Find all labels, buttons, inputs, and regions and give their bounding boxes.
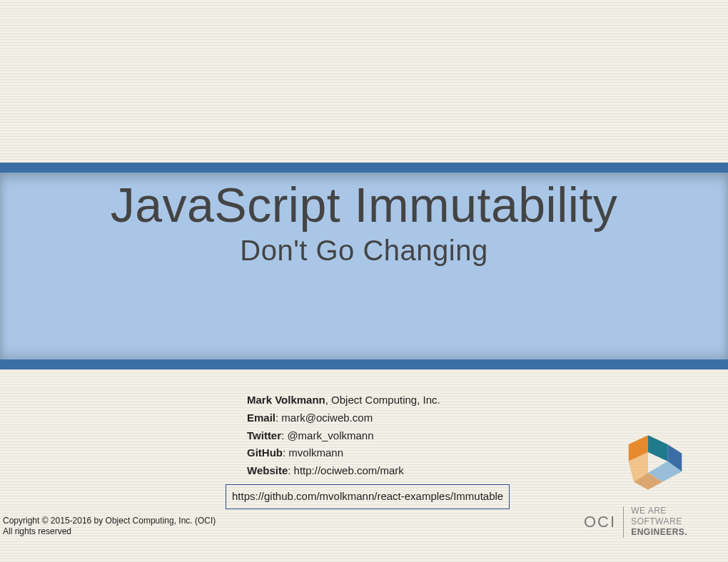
copyright-block: Copyright © 2015-2016 by Object Computin… <box>3 516 216 538</box>
repo-link-box: https://github.com/mvolkmann/react-examp… <box>226 484 510 509</box>
oci-logo-mark-icon <box>609 430 687 501</box>
logo-divider <box>623 506 624 538</box>
svg-marker-1 <box>648 435 667 461</box>
copyright-line-1: Copyright © 2015-2016 by Object Computin… <box>3 516 216 527</box>
oci-logo: OCI WE ARE SOFTWARE ENGINEERS. <box>584 430 712 538</box>
author-org: , Object Computing, Inc. <box>325 394 440 406</box>
title-area: JavaScript Immutability Don't Go Changin… <box>0 180 728 267</box>
author-block: Mark Volkmann, Object Computing, Inc. Em… <box>247 392 510 509</box>
email-label: Email <box>247 412 275 424</box>
twitter-value: : @mark_volkmann <box>281 429 373 441</box>
github-value: : mvolkmann <box>283 446 343 459</box>
oci-tagline: WE ARE SOFTWARE ENGINEERS. <box>631 506 687 538</box>
author-name: Mark Volkmann <box>247 394 325 406</box>
oci-wordmark: OCI <box>584 513 616 531</box>
email-line: Email: mark@ociweb.com <box>247 409 510 427</box>
slide-title: JavaScript Immutability <box>0 180 728 230</box>
oci-logo-text-row: OCI WE ARE SOFTWARE ENGINEERS. <box>584 506 712 538</box>
copyright-line-2: All rights reserved <box>3 526 216 538</box>
tagline-3: ENGINEERS. <box>631 527 687 538</box>
twitter-label: Twitter <box>247 429 281 441</box>
author-line: Mark Volkmann, Object Computing, Inc. <box>247 392 510 409</box>
twitter-line: Twitter: @mark_volkmann <box>247 427 510 445</box>
website-label: Website <box>247 464 288 476</box>
tagline-2: SOFTWARE <box>631 516 687 527</box>
github-line: GitHub: mvolkmann <box>247 444 510 462</box>
tagline-1: WE ARE <box>631 506 687 516</box>
website-line: Website: http://ociweb.com/mark <box>247 462 510 480</box>
slide-subtitle: Don't Go Changing <box>0 235 728 267</box>
website-value: : http://ociweb.com/mark <box>288 464 404 476</box>
email-value: : mark@ociweb.com <box>275 412 373 424</box>
github-label: GitHub <box>247 446 283 459</box>
